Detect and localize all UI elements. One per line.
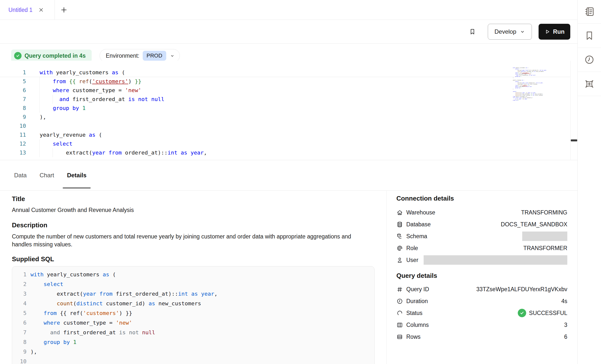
editor-minimap[interactable]: with yearly_customers as ( select extrac… xyxy=(513,67,562,101)
notebook-icon xyxy=(584,6,595,17)
sidebar-item-copilot[interactable] xyxy=(578,72,601,96)
detail-label: Database xyxy=(406,221,431,228)
title-value: Annual Customer Growth and Revenue Analy… xyxy=(12,207,134,213)
code-text: select xyxy=(30,279,63,289)
role-icon xyxy=(396,245,403,252)
code-text: group by 1 xyxy=(30,337,76,347)
editor-line[interactable]: 9), xyxy=(0,113,570,122)
code-text: and first_ordered_at is not null xyxy=(30,328,155,337)
clock-icon xyxy=(396,298,403,305)
line-number: 4 xyxy=(16,299,27,308)
supplied-sql-line: 6 where customer_type = 'new' xyxy=(16,318,374,328)
sql-editor[interactable]: 1with yearly_customers as (5 from {{ ref… xyxy=(0,61,570,160)
line-number: 3 xyxy=(16,289,27,299)
code-text: and first_ordered_at is not null xyxy=(40,95,164,104)
code-text: from {{ ref('customers') }} xyxy=(40,77,141,86)
code-text: where customer_type = 'new' xyxy=(30,318,132,328)
user-icon xyxy=(396,257,403,263)
code-text: yearly_revenue as ( xyxy=(40,130,102,139)
editor-line[interactable]: 11yearly_revenue as ( xyxy=(0,130,570,139)
bookmark-icon xyxy=(584,30,595,41)
environment-selector[interactable]: Environment: PROD xyxy=(100,49,180,62)
tab-untitled-1[interactable]: Untitled 1 xyxy=(0,0,55,20)
line-number: 8 xyxy=(16,337,27,347)
supplied-sql-line: 10 xyxy=(16,357,374,364)
indent-guide xyxy=(39,104,40,113)
tab-details[interactable]: Details xyxy=(63,160,91,190)
line-number: 9 xyxy=(16,347,27,357)
chevron-down-icon xyxy=(520,29,525,34)
detail-value: 6 xyxy=(564,334,567,340)
line-number: 8 xyxy=(0,104,26,113)
environment-value: PROD xyxy=(143,51,166,61)
sidebar-item-history[interactable] xyxy=(578,48,601,72)
develop-dropdown[interactable]: Develop xyxy=(488,24,532,40)
editor-line[interactable]: 6 where customer_type = 'new' xyxy=(0,86,570,95)
sidebar-item-bookmark[interactable] xyxy=(578,24,601,48)
editor-line[interactable]: 10 xyxy=(0,122,570,130)
detail-value: DOCS_TEAM_SANDBOX xyxy=(501,221,567,228)
query-toolbar: Develop Run xyxy=(0,20,577,44)
panel-divider xyxy=(386,191,387,364)
indent-guide xyxy=(39,95,40,104)
supplied-sql-heading: Supplied SQL xyxy=(12,255,54,263)
detail-row-role: RoleTRANSFORMER xyxy=(396,242,567,254)
scrollbar-thumb[interactable] xyxy=(571,139,577,141)
line-number: 1 xyxy=(0,68,26,77)
editor-scrollbar[interactable] xyxy=(570,61,577,160)
tab-data[interactable]: Data xyxy=(10,160,31,190)
indent-guide xyxy=(39,148,40,157)
detail-label: User xyxy=(406,257,418,263)
editor-line[interactable]: 13 extract(year from ordered_at)::int as… xyxy=(0,148,570,157)
editor-line[interactable]: 8 group by 1 xyxy=(0,104,570,113)
schema-icon xyxy=(396,233,403,240)
indent-guide xyxy=(39,139,40,148)
editor-sticky-line[interactable]: 1with yearly_customers as ( xyxy=(0,68,570,77)
query-status-badge: Query completed in 4s xyxy=(11,50,92,62)
details-panel: Title Annual Customer Growth and Revenue… xyxy=(0,191,577,364)
detail-label: Rows xyxy=(406,334,421,340)
detail-value: TRANSFORMER xyxy=(523,245,567,252)
editor-line[interactable]: 7 and first_ordered_at is not null xyxy=(0,95,570,104)
line-number: 5 xyxy=(16,308,27,318)
line-number: 11 xyxy=(0,130,26,139)
code-text: group by 1 xyxy=(40,104,85,113)
run-label: Run xyxy=(553,28,565,35)
hash-icon xyxy=(396,286,403,293)
line-number: 10 xyxy=(0,122,26,130)
code-text: with yearly_customers as ( xyxy=(30,270,116,279)
sidebar-item-notebook[interactable] xyxy=(578,0,601,24)
editor-tab-bar: Untitled 1 xyxy=(0,0,577,20)
description-heading: Description xyxy=(12,221,47,229)
environment-label: Environment: xyxy=(106,52,139,59)
detail-row-schema: Schema xyxy=(396,230,567,242)
code-text: select xyxy=(40,139,72,148)
detail-value: 3 xyxy=(564,322,567,328)
status-arc-icon xyxy=(396,310,403,316)
detail-label: Query ID xyxy=(406,286,429,293)
code-text: where customer_type = 'new' xyxy=(40,86,141,95)
develop-label: Develop xyxy=(494,28,516,35)
detail-label: Warehouse xyxy=(406,209,435,216)
run-button[interactable]: Run xyxy=(539,24,570,40)
code-text: from {{ ref('customers') }} xyxy=(30,308,132,318)
code-text: extract(year from first_ordered_at)::int… xyxy=(30,289,218,299)
bookmark-icon[interactable] xyxy=(467,26,477,37)
close-tab-icon[interactable] xyxy=(37,6,45,14)
right-sidebar xyxy=(577,0,601,364)
editor-line[interactable]: 12 select xyxy=(0,139,570,148)
supplied-sql-line: 7 and first_ordered_at is not null xyxy=(16,328,374,337)
detail-row-database: DatabaseDOCS_TEAM_SANDBOX xyxy=(396,218,567,230)
detail-label: Columns xyxy=(406,322,429,328)
detail-value: TRANSFORMING xyxy=(521,209,567,216)
line-number: 1 xyxy=(16,270,27,279)
tab-chart[interactable]: Chart xyxy=(35,160,58,190)
code-text: count(distinct customer_id) as new_custo… xyxy=(30,299,201,308)
editor-line[interactable]: 5 from {{ ref('customers') }} xyxy=(0,77,570,86)
new-tab-button[interactable] xyxy=(60,6,68,14)
supplied-sql-block: 1with yearly_customers as (2 select3 ext… xyxy=(12,266,375,364)
line-number: 10 xyxy=(16,357,27,364)
detail-value: 4s xyxy=(561,298,567,305)
database-icon xyxy=(396,221,403,228)
detail-row-columns: Columns3 xyxy=(396,319,567,331)
